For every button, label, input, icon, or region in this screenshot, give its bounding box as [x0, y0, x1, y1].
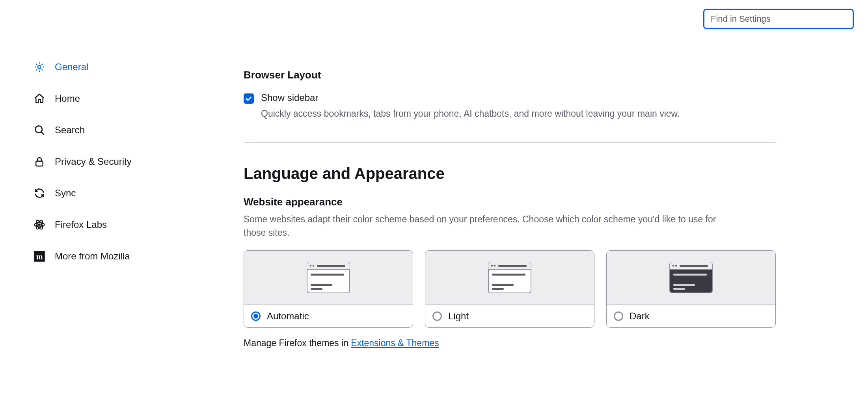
search-icon — [34, 124, 45, 136]
mozilla-icon: m — [34, 250, 45, 262]
svg-point-14 — [313, 265, 314, 266]
sidebar-item-label: More from Mozilla — [55, 251, 130, 262]
themes-line: Manage Firefox themes in Extensions & Th… — [244, 338, 776, 348]
website-appearance-heading: Website appearance — [244, 196, 776, 208]
svg-point-1 — [35, 126, 42, 133]
svg-point-33 — [672, 265, 674, 266]
sidebar-item-labs[interactable]: Firefox Labs — [34, 219, 132, 231]
appearance-option-label: Automatic — [267, 311, 309, 322]
svg-rect-27 — [492, 284, 514, 286]
svg-rect-26 — [492, 274, 525, 276]
svg-point-34 — [675, 265, 677, 266]
sidebar-item-label: Home — [55, 93, 80, 104]
appearance-preview-automatic — [244, 251, 413, 304]
svg-point-13 — [310, 265, 311, 266]
sidebar-item-home[interactable]: Home — [34, 93, 132, 104]
svg-point-24 — [494, 265, 495, 266]
atom-icon — [34, 219, 45, 231]
sidebar-item-label: Sync — [55, 188, 76, 199]
home-icon — [34, 93, 45, 104]
check-icon — [245, 95, 253, 102]
show-sidebar-description: Quickly access bookmarks, tabs from your… — [261, 107, 680, 120]
svg-point-0 — [38, 65, 41, 69]
svg-rect-12 — [307, 269, 350, 270]
website-appearance-description: Some websites adapt their color scheme b… — [244, 213, 740, 239]
themes-prefix: Manage Firefox themes in — [244, 338, 351, 348]
appearance-preview-dark — [607, 251, 775, 304]
svg-rect-18 — [311, 288, 322, 290]
svg-rect-37 — [673, 284, 695, 286]
lock-icon — [34, 156, 45, 168]
sidebar-item-label: Firefox Labs — [55, 219, 107, 230]
appearance-option-automatic[interactable]: Automatic — [244, 250, 413, 328]
sidebar-item-privacy[interactable]: Privacy & Security — [34, 156, 132, 168]
svg-rect-38 — [673, 288, 685, 290]
svg-rect-35 — [680, 265, 708, 267]
svg-rect-15 — [317, 265, 345, 267]
radio-dark[interactable] — [614, 311, 623, 321]
radio-automatic[interactable] — [251, 311, 261, 321]
appearance-option-label: Light — [448, 311, 469, 322]
svg-rect-25 — [498, 265, 527, 267]
sidebar-item-search[interactable]: Search — [34, 124, 132, 136]
section-divider — [244, 142, 776, 143]
appearance-option-light[interactable]: Light — [425, 250, 594, 328]
show-sidebar-checkbox[interactable] — [244, 93, 254, 104]
appearance-preview-light — [425, 251, 594, 304]
sidebar-item-mozilla[interactable]: m More from Mozilla — [34, 250, 132, 262]
svg-point-23 — [491, 265, 493, 266]
svg-rect-32 — [670, 269, 712, 270]
svg-rect-16 — [311, 274, 344, 276]
svg-rect-22 — [488, 269, 531, 270]
browser-layout-heading: Browser Layout — [244, 69, 776, 81]
svg-rect-2 — [36, 161, 43, 166]
sidebar-item-sync[interactable]: Sync — [34, 187, 132, 199]
appearance-option-label: Dark — [630, 311, 650, 322]
language-appearance-heading: Language and Appearance — [244, 165, 776, 183]
sidebar-item-label: Privacy & Security — [55, 156, 132, 167]
sync-icon — [34, 187, 45, 199]
appearance-option-dark[interactable]: Dark — [606, 250, 776, 328]
sidebar-item-label: Search — [55, 125, 85, 136]
settings-sidebar: General Home Search Privacy & Security — [34, 61, 132, 262]
sidebar-item-label: General — [55, 62, 88, 73]
sidebar-item-general[interactable]: General — [34, 61, 132, 73]
svg-rect-36 — [673, 274, 707, 276]
svg-text:m: m — [36, 252, 43, 261]
gear-icon — [34, 61, 45, 73]
svg-rect-28 — [492, 288, 504, 290]
svg-rect-17 — [311, 284, 332, 286]
show-sidebar-label: Show sidebar — [261, 92, 680, 103]
settings-main: Browser Layout Show sidebar Quickly acce… — [244, 69, 776, 348]
radio-light[interactable] — [432, 311, 442, 321]
search-input[interactable] — [703, 9, 854, 29]
extensions-themes-link[interactable]: Extensions & Themes — [351, 338, 439, 348]
svg-point-6 — [39, 224, 40, 226]
